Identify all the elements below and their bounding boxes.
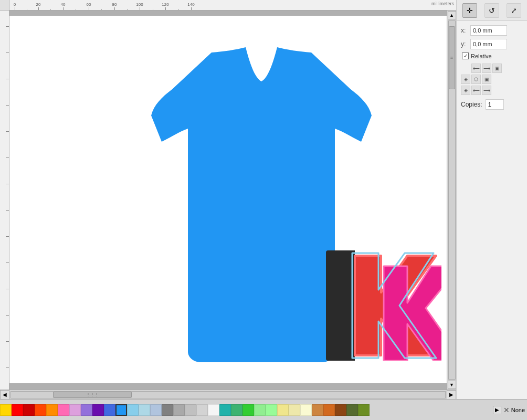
horizontal-scrollbar[interactable]: ◀ ⋮⋮⋮ ▶ <box>0 390 456 399</box>
vscroll-thumb[interactable]: ≡ <box>449 26 455 89</box>
color-swatch-hotpink[interactable] <box>58 404 69 416</box>
transform-btn-4[interactable]: ◈ <box>461 75 470 84</box>
logo-overlay <box>326 250 447 361</box>
transform-btn-6[interactable]: ▣ <box>482 75 491 84</box>
color-swatch-gray[interactable] <box>162 404 173 416</box>
v-ruler-tick <box>6 341 9 342</box>
v-ruler-tick <box>6 131 9 132</box>
transform-btn-7[interactable]: ◈ <box>461 86 470 95</box>
color-swatch-lightgoldenrodyellow[interactable] <box>300 404 312 416</box>
relative-label: Relative <box>471 53 492 59</box>
hscroll-grip: ⋮⋮⋮ <box>86 392 99 397</box>
v-ruler-tick <box>6 158 9 158</box>
v-ruler-tick <box>6 315 9 316</box>
hscroll-thumb[interactable]: ⋮⋮⋮ <box>53 392 132 398</box>
color-swatch-darkolivegreen[interactable] <box>346 404 358 416</box>
transform-row-2: ◈ ⬡ ▣ <box>461 75 523 84</box>
color-swatch-limegreen[interactable] <box>243 404 254 416</box>
transform-btn-1[interactable]: ⟵ <box>471 64 481 73</box>
color-swatch-khaki[interactable] <box>277 404 289 416</box>
color-swatch-saddlebrown[interactable] <box>335 404 346 416</box>
bottom-bar: ▶ ✕ None <box>0 399 527 420</box>
color-swatch-lightgray[interactable] <box>196 404 208 416</box>
transform-row-1: ⟵ ⟶ ▣ <box>461 64 523 73</box>
vscroll-up-button[interactable]: ▲ <box>448 11 456 19</box>
color-swatch-orange[interactable] <box>46 404 58 416</box>
transform-btn-3[interactable]: ▣ <box>492 64 502 73</box>
color-swatch-mediumseagreen[interactable] <box>231 404 243 416</box>
transform-btn-8[interactable]: ⟵ <box>471 86 481 95</box>
color-swatch-darkred[interactable] <box>23 404 35 416</box>
color-swatch-skyblue[interactable] <box>127 404 139 416</box>
app-container: millimeters 0 20 40 60 80 100 <box>0 0 527 420</box>
scale-tool-button[interactable]: ⤢ <box>507 3 521 18</box>
ruler-label-100: 100 <box>136 2 143 7</box>
color-swatch-royalblue[interactable] <box>104 404 115 416</box>
color-palette <box>0 401 456 419</box>
rotate-icon: ↺ <box>489 6 495 15</box>
hscroll-right-button[interactable]: ▶ <box>447 390 456 400</box>
canvas-with-vruler: ▲ ≡ ▼ <box>0 10 456 390</box>
transform-btn-2[interactable]: ⟶ <box>482 64 491 73</box>
none-button[interactable]: ✕ None <box>503 406 525 414</box>
color-swatch-chocolate[interactable] <box>323 404 335 416</box>
color-swatch-plum[interactable] <box>69 404 81 416</box>
y-label: y: <box>461 40 470 48</box>
copies-input[interactable] <box>486 99 504 110</box>
v-ruler-tick <box>6 236 9 237</box>
move-tool-button[interactable]: ✛ <box>462 3 477 18</box>
color-swatch-lightblue[interactable] <box>139 404 150 416</box>
color-swatch-red[interactable] <box>12 404 23 416</box>
vertical-ruler <box>0 10 9 390</box>
color-swatch-blue[interactable] <box>115 404 127 416</box>
y-input[interactable] <box>470 39 507 49</box>
ruler-label-80: 80 <box>112 2 117 7</box>
transform-rows: ⟵ ⟶ ▣ ◈ ⬡ ▣ ◈ ⟵ ⟶ <box>461 64 523 95</box>
vscroll-down-button[interactable]: ▼ <box>448 381 456 389</box>
color-swatch-lightseagreen[interactable] <box>219 404 231 416</box>
ruler-corner <box>0 0 9 10</box>
transform-btn-5[interactable]: ⬡ <box>471 75 481 84</box>
ruler-label-40: 40 <box>61 2 66 7</box>
hscroll-left-button[interactable]: ◀ <box>0 390 9 400</box>
color-swatch-lightsteelblue[interactable] <box>150 404 162 416</box>
v-ruler-tick <box>6 289 9 289</box>
relative-row: ✓ Relative <box>462 52 523 59</box>
color-swatch-palegoldenrod[interactable] <box>289 404 300 416</box>
relative-checkbox[interactable]: ✓ <box>462 52 469 59</box>
color-swatch-silver[interactable] <box>185 404 196 416</box>
color-swatch-peru[interactable] <box>312 404 323 416</box>
ruler-label-60: 60 <box>87 2 91 7</box>
canvas-viewport[interactable] <box>9 10 447 390</box>
canvas-area: millimeters 0 20 40 60 80 100 <box>0 0 456 399</box>
ruler-label-20: 20 <box>36 2 41 7</box>
color-swatch-yellow[interactable] <box>0 404 12 416</box>
move-icon: ✛ <box>467 6 473 15</box>
logo-k-svg <box>350 250 441 361</box>
transform-spacer <box>461 64 470 73</box>
copies-label: Copies: <box>461 101 482 108</box>
none-label: None <box>511 407 525 413</box>
color-swatch-palegreen[interactable] <box>266 404 277 416</box>
ruler-label-0: 0 <box>14 2 16 7</box>
color-swatch-mediumpurple[interactable] <box>81 404 92 416</box>
scale-icon: ⤢ <box>511 6 517 15</box>
x-input[interactable] <box>470 25 507 36</box>
vscroll-grip: ≡ <box>450 55 453 60</box>
hscroll-track[interactable]: ⋮⋮⋮ <box>10 391 446 398</box>
x-coord-row: x: <box>461 25 523 36</box>
color-swatch-olivedrab[interactable] <box>358 404 370 416</box>
palette-scroll-right[interactable]: ▶ <box>493 406 501 414</box>
vscroll-track[interactable]: ≡ <box>448 20 456 380</box>
color-swatch-purple[interactable] <box>92 404 104 416</box>
transform-row-3: ◈ ⟵ ⟶ <box>461 86 523 95</box>
color-swatch-lightgreen[interactable] <box>254 404 266 416</box>
color-swatch-darkgray[interactable] <box>173 404 185 416</box>
color-swatch-whitesmoke[interactable] <box>208 404 219 416</box>
bottom-right-controls: ▶ ✕ None <box>456 406 527 414</box>
transform-btn-9[interactable]: ⟶ <box>482 86 491 95</box>
color-swatch-orangered[interactable] <box>35 404 46 416</box>
vertical-scrollbar[interactable]: ▲ ≡ ▼ <box>447 10 456 390</box>
rotate-tool-button[interactable]: ↺ <box>484 3 499 18</box>
ruler-label-120: 120 <box>162 2 168 7</box>
